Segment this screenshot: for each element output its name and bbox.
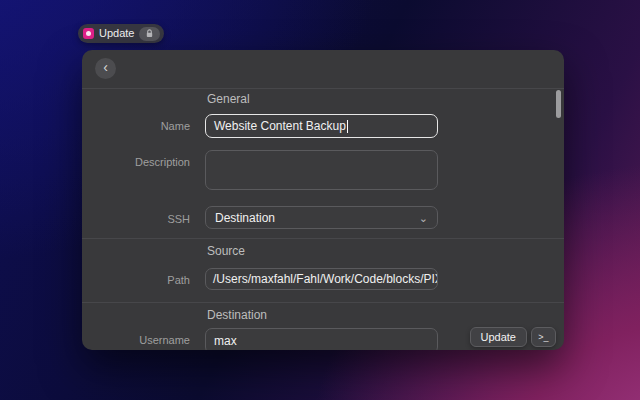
terminal-icon: >_ bbox=[538, 332, 548, 342]
back-button[interactable]: ‹ bbox=[95, 58, 116, 79]
path-input-value: /Users/maxfahl/Fahl/Work/Code/blocks/PIX… bbox=[213, 272, 438, 286]
chevron-down-icon: ⌄ bbox=[419, 213, 428, 223]
task-editor-dialog: ‹ General Name Website Content Backup De… bbox=[82, 50, 564, 350]
section-heading-general: General bbox=[207, 92, 250, 106]
section-divider bbox=[82, 238, 564, 239]
section-divider bbox=[82, 302, 564, 303]
ssh-select-value: Destination bbox=[215, 211, 275, 225]
update-button-label: Update bbox=[481, 331, 516, 343]
chip-update-label: Update bbox=[99, 24, 134, 43]
lock-badge[interactable] bbox=[139, 27, 160, 41]
ssh-select[interactable]: Destination ⌄ bbox=[205, 206, 438, 229]
description-textarea[interactable] bbox=[205, 150, 438, 190]
dialog-header: ‹ bbox=[82, 50, 564, 88]
section-heading-destination: Destination bbox=[207, 308, 267, 322]
lock-icon bbox=[145, 29, 154, 38]
name-input[interactable]: Website Content Backup bbox=[205, 114, 438, 138]
footer-actions: Update >_ bbox=[470, 327, 556, 347]
username-label: Username bbox=[82, 334, 190, 346]
username-input[interactable] bbox=[205, 328, 438, 350]
ssh-label: SSH bbox=[82, 213, 190, 225]
terminal-button[interactable]: >_ bbox=[531, 327, 556, 347]
name-label: Name bbox=[82, 120, 190, 132]
scrollbar-thumb[interactable] bbox=[556, 90, 561, 118]
app-icon bbox=[83, 28, 94, 39]
path-input[interactable]: /Users/maxfahl/Fahl/Work/Code/blocks/PIX… bbox=[205, 268, 438, 290]
section-heading-source: Source bbox=[207, 244, 245, 258]
text-caret bbox=[347, 120, 348, 133]
floating-update-chip[interactable]: Update bbox=[78, 24, 164, 43]
chevron-left-icon: ‹ bbox=[103, 59, 108, 75]
description-label: Description bbox=[82, 156, 190, 168]
update-button[interactable]: Update bbox=[470, 327, 527, 347]
header-divider bbox=[82, 88, 564, 89]
path-label: Path bbox=[82, 274, 190, 286]
name-input-value: Website Content Backup bbox=[214, 119, 346, 133]
